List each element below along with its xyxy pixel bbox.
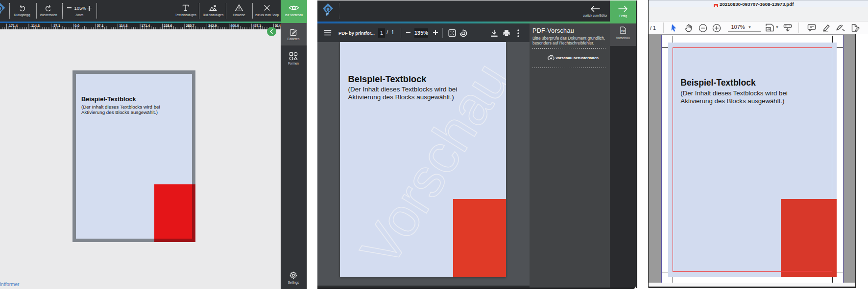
svg-text:-114.3: -114.3 xyxy=(30,24,40,27)
svg-text:-57.1: -57.1 xyxy=(52,24,60,27)
svg-text:285.7: 285.7 xyxy=(186,24,195,27)
svg-text:171.4: 171.4 xyxy=(142,24,150,27)
svg-text:114.3: 114.3 xyxy=(119,24,127,27)
svg-text:400.0: 400.0 xyxy=(230,24,239,27)
svg-text:342.9: 342.9 xyxy=(208,24,217,27)
svg-text:-171.4: -171.4 xyxy=(8,24,18,27)
svg-text:457.1: 457.1 xyxy=(253,24,262,27)
svg-text:228.6: 228.6 xyxy=(164,24,172,27)
svg-text:0.0: 0.0 xyxy=(74,24,79,27)
svg-text:PDF: PDF xyxy=(621,30,626,32)
svg-text:57.1: 57.1 xyxy=(97,24,104,27)
